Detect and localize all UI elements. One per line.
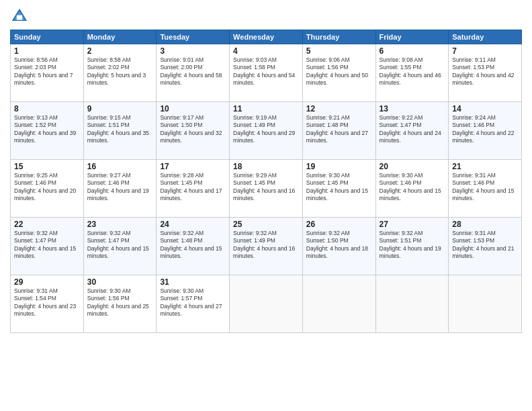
calendar-cell: 25Sunrise: 9:32 AMSunset: 1:49 PMDayligh… [230,218,303,275]
cell-info: Sunrise: 9:06 AMSunset: 1:56 PMDaylight:… [306,56,372,87]
day-number: 18 [233,162,299,171]
cell-info: Sunrise: 9:30 AMSunset: 1:57 PMDaylight:… [160,287,226,318]
weekday-header-row: SundayMondayTuesdayWednesdayThursdayFrid… [11,30,522,44]
calendar-week-row: 15Sunrise: 9:25 AMSunset: 1:46 PMDayligh… [11,160,522,218]
day-number: 19 [306,162,372,171]
calendar-cell: 1Sunrise: 8:56 AMSunset: 2:03 PMDaylight… [11,44,84,102]
weekday-header-friday: Friday [375,30,449,44]
calendar-cell: 17Sunrise: 9:28 AMSunset: 1:45 PMDayligh… [157,160,230,218]
day-number: 1 [14,46,80,56]
cell-info: Sunrise: 9:01 AMSunset: 2:00 PMDaylight:… [160,56,226,87]
calendar-cell: 22Sunrise: 9:32 AMSunset: 1:47 PMDayligh… [11,218,84,275]
cell-info: Sunrise: 9:29 AMSunset: 1:45 PMDaylight:… [233,172,299,203]
cell-info: Sunrise: 9:30 AMSunset: 1:56 PMDaylight:… [87,287,153,318]
cell-info: Sunrise: 9:32 AMSunset: 1:48 PMDaylight:… [160,230,226,261]
cell-info: Sunrise: 9:11 AMSunset: 1:53 PMDaylight:… [452,56,518,87]
day-number: 8 [14,104,80,113]
calendar-cell: 8Sunrise: 9:13 AMSunset: 1:52 PMDaylight… [11,102,84,160]
cell-info: Sunrise: 9:30 AMSunset: 1:46 PMDaylight:… [380,172,445,203]
calendar-week-row: 29Sunrise: 9:31 AMSunset: 1:54 PMDayligh… [11,275,522,333]
calendar-cell: 6Sunrise: 9:08 AMSunset: 1:55 PMDaylight… [375,44,449,102]
header [10,7,522,26]
calendar-cell [230,275,303,333]
cell-info: Sunrise: 9:03 AMSunset: 1:58 PMDaylight:… [233,56,299,87]
weekday-header-monday: Monday [83,30,157,44]
cell-info: Sunrise: 9:24 AMSunset: 1:46 PMDaylight:… [452,114,518,145]
page: SundayMondayTuesdayWednesdayThursdayFrid… [0,0,532,411]
weekday-header-thursday: Thursday [302,30,375,44]
calendar-cell: 27Sunrise: 9:32 AMSunset: 1:51 PMDayligh… [375,218,449,275]
day-number: 24 [160,220,226,229]
cell-info: Sunrise: 9:15 AMSunset: 1:51 PMDaylight:… [87,114,153,145]
cell-info: Sunrise: 9:31 AMSunset: 1:53 PMDaylight:… [452,230,518,261]
calendar-cell: 23Sunrise: 9:32 AMSunset: 1:47 PMDayligh… [83,218,157,275]
cell-info: Sunrise: 9:08 AMSunset: 1:55 PMDaylight:… [380,56,445,87]
logo [10,7,32,26]
day-number: 25 [233,220,299,229]
calendar-cell: 30Sunrise: 9:30 AMSunset: 1:56 PMDayligh… [83,275,157,333]
day-number: 30 [87,277,153,287]
day-number: 11 [233,104,299,113]
cell-info: Sunrise: 9:21 AMSunset: 1:48 PMDaylight:… [306,114,372,145]
calendar-cell [302,275,375,333]
calendar-table: SundayMondayTuesdayWednesdayThursdayFrid… [10,30,522,333]
calendar-cell: 31Sunrise: 9:30 AMSunset: 1:57 PMDayligh… [157,275,230,333]
calendar-cell: 26Sunrise: 9:32 AMSunset: 1:50 PMDayligh… [302,218,375,275]
calendar-cell: 4Sunrise: 9:03 AMSunset: 1:58 PMDaylight… [230,44,303,102]
calendar-cell: 5Sunrise: 9:06 AMSunset: 1:56 PMDaylight… [302,44,375,102]
day-number: 5 [306,46,372,56]
day-number: 14 [452,104,518,113]
day-number: 7 [452,46,518,56]
cell-info: Sunrise: 9:28 AMSunset: 1:45 PMDaylight:… [160,172,226,203]
cell-info: Sunrise: 9:31 AMSunset: 1:54 PMDaylight:… [14,287,80,318]
weekday-header-wednesday: Wednesday [230,30,303,44]
calendar-cell: 28Sunrise: 9:31 AMSunset: 1:53 PMDayligh… [449,218,522,275]
cell-info: Sunrise: 9:17 AMSunset: 1:50 PMDaylight:… [160,114,226,145]
day-number: 26 [306,220,372,229]
day-number: 28 [452,220,518,229]
weekday-header-sunday: Sunday [11,30,84,44]
day-number: 29 [14,277,80,287]
calendar-week-row: 1Sunrise: 8:56 AMSunset: 2:03 PMDaylight… [11,44,522,102]
day-number: 23 [87,220,153,229]
logo-icon [10,7,29,26]
calendar-cell: 19Sunrise: 9:30 AMSunset: 1:45 PMDayligh… [302,160,375,218]
calendar-cell: 15Sunrise: 9:25 AMSunset: 1:46 PMDayligh… [11,160,84,218]
calendar-cell: 3Sunrise: 9:01 AMSunset: 2:00 PMDaylight… [157,44,230,102]
day-number: 22 [14,220,80,229]
day-number: 12 [306,104,372,113]
day-number: 20 [380,162,445,171]
calendar-cell: 13Sunrise: 9:22 AMSunset: 1:47 PMDayligh… [375,102,449,160]
cell-info: Sunrise: 9:31 AMSunset: 1:46 PMDaylight:… [452,172,518,203]
day-number: 4 [233,46,299,56]
svg-rect-2 [17,15,22,20]
weekday-header-tuesday: Tuesday [157,30,230,44]
cell-info: Sunrise: 9:25 AMSunset: 1:46 PMDaylight:… [14,172,80,203]
calendar-cell: 11Sunrise: 9:19 AMSunset: 1:49 PMDayligh… [230,102,303,160]
day-number: 21 [452,162,518,171]
calendar-cell: 9Sunrise: 9:15 AMSunset: 1:51 PMDaylight… [83,102,157,160]
calendar-cell: 10Sunrise: 9:17 AMSunset: 1:50 PMDayligh… [157,102,230,160]
day-number: 17 [160,162,226,171]
calendar-cell [449,275,522,333]
day-number: 10 [160,104,226,113]
cell-info: Sunrise: 9:32 AMSunset: 1:47 PMDaylight:… [14,230,80,261]
day-number: 6 [380,46,445,56]
calendar-cell: 7Sunrise: 9:11 AMSunset: 1:53 PMDaylight… [449,44,522,102]
calendar-cell: 24Sunrise: 9:32 AMSunset: 1:48 PMDayligh… [157,218,230,275]
day-number: 16 [87,162,153,171]
day-number: 15 [14,162,80,171]
cell-info: Sunrise: 9:32 AMSunset: 1:50 PMDaylight:… [306,230,372,261]
calendar-week-row: 22Sunrise: 9:32 AMSunset: 1:47 PMDayligh… [11,218,522,275]
cell-info: Sunrise: 9:22 AMSunset: 1:47 PMDaylight:… [380,114,445,145]
calendar-cell: 18Sunrise: 9:29 AMSunset: 1:45 PMDayligh… [230,160,303,218]
day-number: 27 [380,220,445,229]
day-number: 3 [160,46,226,56]
cell-info: Sunrise: 8:58 AMSunset: 2:02 PMDaylight:… [87,56,153,87]
calendar-week-row: 8Sunrise: 9:13 AMSunset: 1:52 PMDaylight… [11,102,522,160]
calendar-cell: 14Sunrise: 9:24 AMSunset: 1:46 PMDayligh… [449,102,522,160]
calendar-cell: 2Sunrise: 8:58 AMSunset: 2:02 PMDaylight… [83,44,157,102]
cell-info: Sunrise: 9:13 AMSunset: 1:52 PMDaylight:… [14,114,80,145]
calendar-cell: 20Sunrise: 9:30 AMSunset: 1:46 PMDayligh… [375,160,449,218]
cell-info: Sunrise: 8:56 AMSunset: 2:03 PMDaylight:… [14,56,80,87]
